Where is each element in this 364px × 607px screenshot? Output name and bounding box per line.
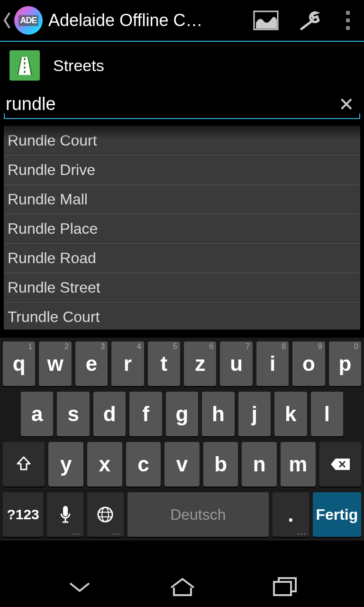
key-k[interactable]: k [274,392,307,436]
road-icon [9,50,40,81]
key-j[interactable]: j [238,392,271,436]
svg-rect-6 [63,506,68,516]
svg-rect-12 [274,582,291,595]
keyboard-row-1: q1 w2 e3 r4 t5 z6 u7 i8 o9 p0 [3,341,361,386]
keyboard-row-4: ?123 ... ... Deutsch .... Fertig [3,492,361,537]
app-icon-text: ADE [18,15,38,26]
list-item[interactable]: Rundle Court [4,126,360,156]
key-q[interactable]: q1 [3,341,35,386]
search-input[interactable] [4,92,333,116]
key-o[interactable]: o9 [292,341,325,386]
key-n[interactable]: n [242,442,277,487]
key-f[interactable]: f [129,392,162,436]
overflow-menu-icon[interactable] [341,11,355,30]
key-b[interactable]: b [203,442,238,487]
list-item[interactable]: Trundle Court [4,303,360,330]
list-item[interactable]: Rundle Drive [4,156,360,185]
search-row: ✕ [4,92,360,119]
action-bar: ADE Adelaide Offline C… [0,0,364,42]
key-p[interactable]: p0 [329,341,361,386]
key-d[interactable]: d [93,392,126,436]
key-y[interactable]: y [48,442,83,487]
keyboard-row-2: a s d f g h j k l [3,392,361,436]
key-symbols[interactable]: ?123 [3,492,43,537]
results-list[interactable]: Rundle Court Rundle Drive Rundle Mall Ru… [4,126,360,330]
soft-keyboard: q1 w2 e3 r4 t5 z6 u7 i8 o9 p0 a s d f g … [0,338,364,541]
action-icons [253,10,360,31]
key-x[interactable]: x [87,442,122,487]
clear-input-icon[interactable]: ✕ [333,93,360,115]
key-space[interactable]: Deutsch [127,492,269,537]
app-icon[interactable]: ADE [14,6,43,35]
key-z[interactable]: z6 [184,341,216,386]
nav-recent-icon[interactable] [272,576,298,597]
key-u[interactable]: u7 [220,341,252,386]
key-i[interactable]: i8 [256,341,289,386]
key-l[interactable]: l [311,392,343,436]
category-row[interactable]: Streets [0,42,364,89]
keyboard-row-3: y x c v b n m [3,442,361,487]
svg-point-8 [102,507,109,522]
category-label: Streets [53,56,104,75]
key-e[interactable]: e3 [75,341,108,386]
list-item[interactable]: Rundle Road [4,244,360,273]
nav-back-icon[interactable] [66,579,93,594]
list-item[interactable]: Rundle Street [4,273,360,303]
key-period[interactable]: .... [273,492,309,537]
key-g[interactable]: g [166,392,198,436]
key-s[interactable]: s [57,392,89,436]
key-a[interactable]: a [21,392,53,436]
key-v[interactable]: v [164,442,200,487]
list-item[interactable]: Rundle Place [4,214,360,244]
key-backspace[interactable] [319,442,361,487]
svg-point-7 [98,507,112,522]
key-done[interactable]: Fertig [313,492,361,537]
key-c[interactable]: c [126,442,161,487]
key-r[interactable]: r4 [111,341,144,386]
ellipsis-icon: ... [72,527,81,537]
settings-wrench-icon[interactable] [298,10,322,31]
key-w[interactable]: w2 [39,341,71,386]
list-item[interactable]: Rundle Mall [4,185,360,214]
key-t[interactable]: t5 [148,341,180,386]
key-voice[interactable]: ... [47,492,83,537]
key-h[interactable]: h [202,392,234,436]
back-chevron-icon[interactable] [0,11,14,30]
nav-home-icon[interactable] [168,576,197,597]
key-m[interactable]: m [281,442,316,487]
ellipsis-icon: ... [112,527,121,537]
map-globe-icon[interactable] [253,10,279,30]
app-title: Adelaide Offline C… [48,10,253,30]
key-shift[interactable] [3,442,45,487]
key-language[interactable]: ... [87,492,124,537]
system-nav-bar [0,566,364,607]
ellipsis-icon: ... [298,527,306,537]
